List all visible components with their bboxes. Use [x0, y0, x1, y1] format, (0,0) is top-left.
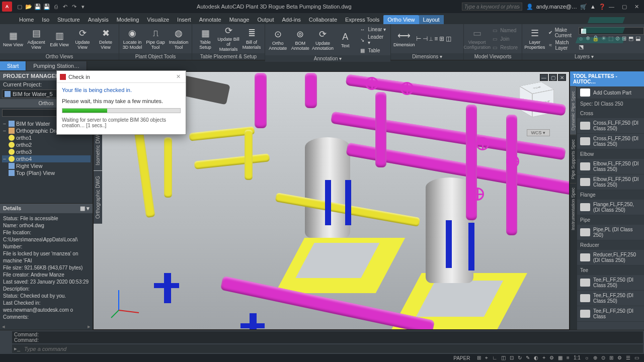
- ribbon-bill-of-materials[interactable]: ≣Bill of Materials: [240, 26, 263, 51]
- layer-tool-icon[interactable]: ⊘: [615, 35, 620, 42]
- maximize-button[interactable]: ▢: [619, 4, 630, 10]
- menu-tab-structure[interactable]: Structure: [53, 15, 84, 24]
- ribbon-layer-properties[interactable]: ☰Layer Properties: [524, 26, 545, 51]
- ribbon-update-bill-of-materials[interactable]: ⟳Update Bill of Materials: [217, 26, 239, 51]
- ribbon-text[interactable]: AText: [335, 27, 356, 52]
- help-icon[interactable]: ❓: [599, 4, 606, 10]
- doc-tab-drawing[interactable]: Pumping Station…: [26, 61, 87, 70]
- palette-tab[interactable]: Pipe Supports Spec: [570, 135, 576, 184]
- layer-tool-icon[interactable]: ⬒: [628, 35, 633, 42]
- palette-item[interactable]: Pipe,PL (DI Class 250): [577, 225, 644, 240]
- dialog-close-button[interactable]: ✕: [174, 73, 183, 80]
- palette-item[interactable]: Tee,FL,FF,250 (DI Class: [577, 306, 644, 322]
- menu-tab-iso[interactable]: Iso: [38, 15, 53, 24]
- status-icon[interactable]: ⚙: [547, 355, 556, 360]
- qat-saveas-icon[interactable]: 💾: [43, 3, 50, 10]
- menu-tab-insert[interactable]: Insert: [173, 15, 195, 24]
- ribbon-ortho-annotate[interactable]: ⊙Ortho Annotate: [267, 27, 288, 52]
- menu-tab-analysis[interactable]: Analysis: [84, 15, 113, 24]
- layer-tool-icon[interactable]: ☼: [579, 35, 584, 42]
- status-icon[interactable]: ⊙: [599, 355, 607, 360]
- status-icon[interactable]: ⊕: [591, 355, 599, 360]
- layer-tool-icon[interactable]: ⬔: [579, 44, 584, 50]
- ribbon-dimension[interactable]: ⟷Dimension: [393, 26, 415, 51]
- status-icon[interactable]: ∟: [490, 355, 499, 360]
- qat-redo-icon[interactable]: ↷: [70, 3, 77, 10]
- menu-tab-express-tools[interactable]: Express Tools: [341, 15, 383, 24]
- app-switch-icon[interactable]: ▲: [590, 4, 596, 10]
- qat-plot-icon[interactable]: ⎙: [52, 3, 59, 10]
- status-icon[interactable]: +: [540, 355, 547, 360]
- ribbon-table-setup[interactable]: ▦Table Setup: [194, 26, 216, 51]
- menu-tab-home[interactable]: Home: [15, 15, 38, 24]
- qat-open-icon[interactable]: 📂: [25, 3, 32, 10]
- menu-tab-collaborate[interactable]: Collaborate: [305, 15, 341, 24]
- ribbon-tool-icon[interactable]: ⊞: [439, 35, 444, 42]
- palette-tab[interactable]: Instrumentation Spec: [570, 183, 576, 234]
- left-scrollbar[interactable]: ◂▸: [0, 323, 93, 330]
- status-icon[interactable]: ▭: [632, 355, 641, 360]
- status-icon[interactable]: ◐: [532, 355, 540, 360]
- details-btn1[interactable]: ▦: [80, 205, 85, 211]
- palette-tab[interactable]: Dynamic Pipe Spec: [570, 86, 576, 135]
- ribbon-update-annotation[interactable]: ⟳Update Annotation: [312, 27, 334, 52]
- palette-item[interactable]: Reducer,FL,FF,250 (DI Class 250): [577, 250, 644, 265]
- details-btn2[interactable]: ▾: [87, 205, 90, 211]
- status-icon[interactable]: ⊡: [508, 355, 516, 360]
- ribbon-tool-icon[interactable]: ⊢: [416, 35, 421, 42]
- ribbon-tool-icon[interactable]: ⊣: [423, 35, 428, 42]
- status-icon[interactable]: ☰: [624, 355, 632, 360]
- ribbon-new-view[interactable]: ▦New View: [2, 26, 24, 51]
- menu-tab-modeling[interactable]: Modeling: [113, 15, 143, 24]
- status-icon[interactable]: ☼: [583, 355, 591, 360]
- tree-node-ortho3[interactable]: ortho3: [2, 148, 91, 155]
- status-icon[interactable]: ⊞: [607, 355, 615, 360]
- status-icon[interactable]: ✎: [524, 355, 532, 360]
- layer-dropdown[interactable]: [579, 27, 644, 35]
- command-input[interactable]: [24, 346, 641, 352]
- palette-item[interactable]: Cross,FL,FF,250 (DI Class 250): [577, 118, 644, 134]
- palette-item[interactable]: Elbow,FL,FF,250 (DI Class 250): [577, 174, 644, 190]
- palette-item[interactable]: Tee,FL,FF,250 (DI Class 250): [577, 275, 644, 291]
- menu-tab-layout[interactable]: Layout: [419, 15, 444, 24]
- ribbon-update-view[interactable]: ⟳Update View: [71, 26, 94, 51]
- status-icon[interactable]: ⌖: [483, 355, 490, 360]
- ribbon-tool-icon[interactable]: ⟂: [429, 35, 433, 42]
- ribbon-locate-in-3d-model[interactable]: ◉Locate in 3D Model: [121, 26, 143, 51]
- doc-tab-start[interactable]: Start: [0, 61, 26, 70]
- menu-tab-visualize[interactable]: Visualize: [143, 15, 173, 24]
- ribbon-mini-linear-[interactable]: ↔Linear ▾: [357, 25, 388, 33]
- add-custom-part[interactable]: Add Custom Part: [577, 86, 644, 99]
- signin-icon[interactable]: 👤: [526, 4, 533, 10]
- app-logo[interactable]: A: [2, 2, 12, 12]
- palette-item[interactable]: Cross,FL,FF,250 (DI Class 250): [577, 134, 644, 149]
- ribbon-pipe-gap-tool[interactable]: ⎍Pipe Gap Tool: [144, 26, 167, 51]
- ribbon-tool-icon[interactable]: ◫: [446, 35, 451, 42]
- layer-tool-icon[interactable]: ⊞: [622, 35, 626, 42]
- tree-node-top-plan-view[interactable]: Top (Plan) View: [2, 169, 91, 176]
- qat-new-icon[interactable]: ▢: [16, 3, 23, 10]
- status-mode[interactable]: PAPER: [451, 355, 472, 361]
- ribbon-mini-make-current[interactable]: ✔Make Current: [546, 27, 577, 39]
- layer-tool-icon[interactable]: ☀: [601, 35, 606, 42]
- layer-tool-icon[interactable]: 🔒: [592, 35, 599, 42]
- ribbon-mini-leader-[interactable]: ↘Leader ▾: [357, 34, 388, 46]
- palette-item[interactable]: Flange,FL,FF,250, (DI Class 250): [577, 200, 644, 215]
- tree-node-ortho1[interactable]: ortho1: [2, 134, 91, 141]
- layer-tool-icon[interactable]: ❄: [586, 35, 590, 42]
- command-line[interactable]: ▸_: [12, 344, 643, 353]
- tree-node-ortho4[interactable]: −ortho4: [2, 155, 91, 162]
- ribbon-tool-icon[interactable]: ≡: [434, 35, 438, 42]
- status-icon[interactable]: ↻: [516, 355, 524, 360]
- layer-tool-icon[interactable]: ⬓: [635, 35, 640, 42]
- ribbon-delete-view[interactable]: ✖Delete View: [95, 26, 117, 51]
- cart-icon[interactable]: 🛒: [580, 4, 587, 10]
- qat-save-icon[interactable]: 💾: [34, 3, 41, 10]
- layer-tool-icon[interactable]: ⬚: [608, 35, 613, 42]
- menu-tab-annotate[interactable]: Annotate: [195, 15, 225, 24]
- minimize-button[interactable]: —: [606, 4, 617, 10]
- ribbon-mini-match-layer[interactable]: ≈Match Layer: [546, 39, 577, 51]
- status-icon[interactable]: ◫: [499, 355, 508, 360]
- ribbon-insulation-tool[interactable]: ◍Insulation Tool: [168, 26, 190, 51]
- status-icon[interactable]: ⚙: [615, 355, 624, 360]
